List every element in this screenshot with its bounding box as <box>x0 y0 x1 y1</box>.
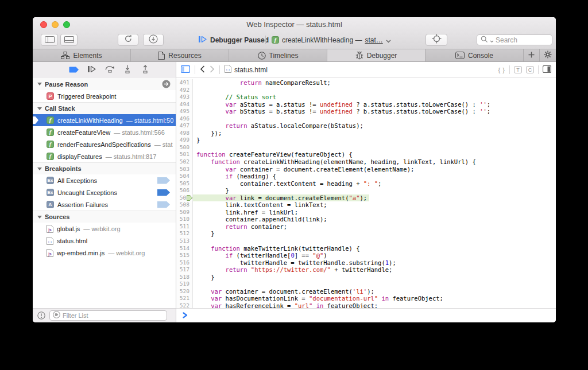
line-number[interactable]: 505 <box>176 180 193 188</box>
call-stack-frame[interactable]: fdisplayFeatures— status.html:817 <box>33 150 176 162</box>
resume-button[interactable] <box>86 65 98 75</box>
line-number[interactable]: 498 <box>176 130 193 137</box>
code-line[interactable]: 520 var container = document.createEleme… <box>176 288 556 295</box>
line-number[interactable]: 516 <box>176 259 193 267</box>
code-line[interactable]: 522 var hasReferenceLink = "url" in feat… <box>176 302 556 308</box>
code-line[interactable]: 496 <box>176 115 556 123</box>
code-line[interactable]: 510 container.appendChild(link); <box>176 216 556 223</box>
step-into-button[interactable] <box>122 65 133 75</box>
line-number[interactable]: 515 <box>176 252 193 259</box>
breakpoint-item[interactable]: AAssertion Failures <box>33 198 176 211</box>
code-line[interactable]: 512 } <box>176 230 556 237</box>
line-number[interactable]: 495 <box>176 108 193 115</box>
line-number[interactable]: 491 <box>176 79 193 87</box>
debugger-paused-button[interactable]: Debugger Paused <box>198 34 269 46</box>
line-number[interactable]: 511 <box>176 223 193 231</box>
breakpoint-toggle[interactable] <box>157 177 170 184</box>
code-editor[interactable]: 491 return nameCompareResult;492493 // S… <box>176 78 556 308</box>
line-number[interactable]: 517 <box>176 266 193 274</box>
goto-arrow-icon[interactable] <box>162 80 171 89</box>
line-number[interactable]: 493 <box>176 94 193 101</box>
line-number[interactable]: 496 <box>176 115 193 123</box>
dock-bottom-button[interactable] <box>60 34 78 46</box>
search-input[interactable]: Search <box>477 34 552 45</box>
console-prompt[interactable] <box>176 308 556 322</box>
line-number[interactable]: 494 <box>176 101 193 108</box>
line-number[interactable]: 501 <box>176 151 193 158</box>
breadcrumb[interactable]: ‹› status.html <box>225 65 268 75</box>
type-profiler-icon[interactable]: T <box>514 66 522 73</box>
line-number[interactable]: 492 <box>176 87 193 94</box>
reload-button[interactable] <box>118 34 138 46</box>
titlebar[interactable]: Web Inspector — status.html <box>33 17 556 32</box>
call-stack-frame[interactable]: fcreateLinkWithHeading— status.html:50 <box>33 114 176 126</box>
breakpoint-toggle[interactable] <box>157 201 170 208</box>
line-number[interactable]: 504 <box>176 173 193 180</box>
code-line[interactable]: 506 } <box>176 187 556 194</box>
breakpoint-item[interactable]: ExUncaught Exceptions <box>33 186 176 198</box>
code-line[interactable]: 498 }); <box>176 130 556 137</box>
element-picker-button[interactable] <box>425 34 447 46</box>
code-line[interactable]: 509 link.href = linkUrl; <box>176 209 556 216</box>
line-number[interactable]: 513 <box>176 237 193 245</box>
code-line[interactable]: 493 // Status sort <box>176 94 556 101</box>
tab-timelines[interactable]: Timelines <box>229 49 327 61</box>
code-line[interactable]: 501function createFeatureView(featureObj… <box>176 151 556 158</box>
line-number[interactable]: 512 <box>176 230 193 237</box>
code-line[interactable]: 492 <box>176 87 556 94</box>
filter-list-input[interactable]: Filter List <box>49 310 167 321</box>
disclosure-triangle-icon[interactable] <box>37 107 42 110</box>
code-line[interactable]: 505 container.textContent = heading + ":… <box>176 180 556 188</box>
breakpoints-toggle-button[interactable] <box>68 65 80 75</box>
tab-debugger[interactable]: Debugger <box>327 49 425 61</box>
line-number[interactable]: 520 <box>176 288 193 295</box>
call-stack-header[interactable]: Call Stack <box>33 102 176 114</box>
line-number[interactable]: 502 <box>176 158 193 166</box>
code-line[interactable]: 497 return aStatus.localeCompare(bStatus… <box>176 122 556 130</box>
source-item[interactable]: jswp-embed.min.js— webkit.org <box>33 247 176 259</box>
code-line[interactable]: 507 var link = document.createElement("a… <box>176 194 556 202</box>
line-number[interactable]: 510 <box>176 216 193 223</box>
current-function-dropdown[interactable]: f createLinkWithHeading — stat… <box>272 34 391 46</box>
settings-button[interactable] <box>540 49 556 61</box>
line-number[interactable]: 497 <box>176 122 193 130</box>
line-number[interactable]: 507 <box>176 194 193 202</box>
source-item[interactable]: jsglobal.js— webkit.org <box>33 223 176 235</box>
code-line[interactable]: 495 var bStatus = b.status != undefined … <box>176 108 556 115</box>
line-number[interactable]: 508 <box>176 201 193 209</box>
code-line[interactable]: 502 function createLinkWithHeading(eleme… <box>176 158 556 166</box>
code-line[interactable]: 500 <box>176 144 556 151</box>
forward-icon[interactable] <box>210 65 215 75</box>
line-number[interactable]: 519 <box>176 281 193 288</box>
pretty-print-icon[interactable]: { } <box>498 67 505 73</box>
line-number[interactable]: 518 <box>176 274 193 281</box>
breakpoint-item[interactable]: ExAll Exceptions <box>33 174 176 186</box>
code-line[interactable]: 494 var aStatus = a.status != undefined … <box>176 101 556 108</box>
disclosure-triangle-icon[interactable] <box>37 168 42 170</box>
line-number[interactable]: 500 <box>176 144 193 151</box>
code-line[interactable]: 518 } <box>176 274 556 281</box>
code-line[interactable]: 519 <box>176 281 556 288</box>
code-line[interactable]: 503 var container = document.createEleme… <box>176 166 556 173</box>
right-panel-toggle-icon[interactable] <box>543 65 551 75</box>
info-icon[interactable] <box>37 311 45 320</box>
step-over-button[interactable] <box>104 65 115 75</box>
disclosure-triangle-icon[interactable] <box>37 83 42 85</box>
sources-header[interactable]: Sources <box>33 211 176 223</box>
code-line[interactable]: 516 twitterHandle = twitterHandle.substr… <box>176 259 556 267</box>
code-line[interactable]: 511 return container; <box>176 223 556 231</box>
code-line[interactable]: 508 link.textContent = linkText; <box>176 201 556 209</box>
code-line[interactable]: 491 return nameCompareResult; <box>176 79 556 87</box>
back-icon[interactable] <box>200 65 205 75</box>
code-line[interactable]: 513 <box>176 237 556 245</box>
code-line[interactable]: 499} <box>176 137 556 144</box>
tab-console[interactable]: Console <box>425 49 524 61</box>
line-number[interactable]: 503 <box>176 166 193 173</box>
call-stack-frame[interactable]: fcreateFeatureView— status.html:566 <box>33 126 176 138</box>
code-line[interactable]: 504 if (heading) { <box>176 173 556 180</box>
code-coverage-icon[interactable]: C <box>526 66 534 73</box>
pause-reason-item[interactable]: P Triggered Breakpoint <box>33 90 176 102</box>
add-tab-button[interactable] <box>524 49 540 61</box>
tab-elements[interactable]: Elements <box>33 49 131 61</box>
download-button[interactable] <box>143 34 164 46</box>
